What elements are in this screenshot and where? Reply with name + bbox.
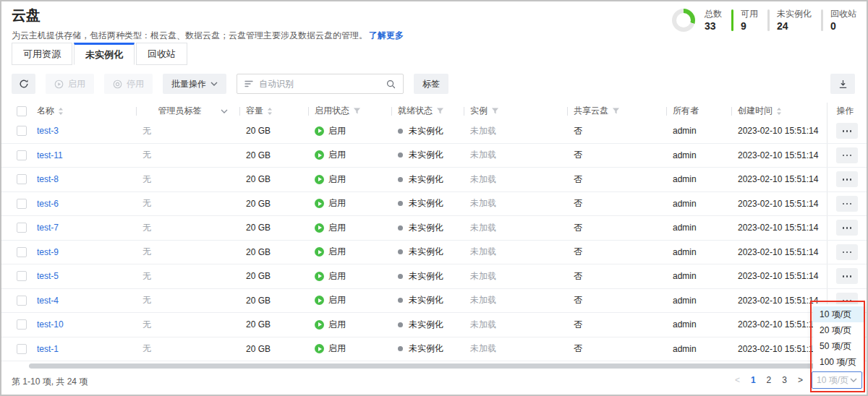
row-checkbox[interactable] bbox=[17, 150, 27, 160]
more-actions-button[interactable] bbox=[836, 171, 858, 187]
more-actions-button[interactable] bbox=[836, 244, 858, 260]
header-cell-name[interactable]: 名称 bbox=[37, 103, 136, 119]
admin-tag-cell: 无 bbox=[136, 246, 239, 258]
page-number-1[interactable]: 1 bbox=[751, 375, 756, 385]
tab-available-resources[interactable]: 可用资源 bbox=[12, 43, 72, 65]
more-actions-button[interactable] bbox=[836, 268, 858, 284]
tab-recycle-bin[interactable]: 回收站 bbox=[136, 43, 187, 65]
disk-name-link[interactable]: test-6 bbox=[37, 199, 59, 209]
header-cell-instance[interactable]: 实例 bbox=[464, 103, 567, 119]
row-checkbox[interactable] bbox=[17, 126, 27, 136]
row-checkbox[interactable] bbox=[17, 319, 27, 330]
next-page-icon[interactable]: > bbox=[798, 375, 803, 385]
row-checkbox[interactable] bbox=[17, 199, 27, 209]
horizontal-scrollbar[interactable] bbox=[29, 363, 816, 369]
more-actions-button[interactable] bbox=[836, 147, 858, 163]
shared-disk-cell: 否 bbox=[567, 222, 666, 234]
disk-name-link[interactable]: test-3 bbox=[37, 126, 59, 136]
more-actions-icon bbox=[843, 251, 845, 254]
row-checkbox[interactable] bbox=[17, 174, 27, 184]
stat-value: 0 bbox=[830, 21, 856, 32]
header-cell-actions: 操作 bbox=[827, 103, 867, 119]
table-row: test-3 无 20 GB 启用 未实例化 未加载 否 admin 2023-… bbox=[1, 119, 867, 144]
refresh-button[interactable] bbox=[12, 74, 35, 94]
table-row: test-4 无 20 GB 启用 未实例化 未加载 否 admin 2023-… bbox=[1, 289, 867, 314]
actions-cell bbox=[827, 192, 867, 216]
more-actions-button[interactable] bbox=[836, 220, 858, 236]
table-row: test-5 无 20 GB 启用 未实例化 未加载 否 admin 2023-… bbox=[1, 264, 867, 289]
search-input[interactable] bbox=[259, 79, 380, 89]
disk-name-link[interactable]: test-10 bbox=[37, 319, 64, 330]
disk-name-link[interactable]: test-5 bbox=[37, 271, 59, 281]
enable-status-cell: 启用 bbox=[308, 197, 391, 210]
enable-status-cell: 启用 bbox=[308, 343, 391, 355]
page-size-option[interactable]: 100 项/页 bbox=[813, 354, 864, 370]
row-checkbox[interactable] bbox=[17, 247, 27, 257]
search-icon[interactable] bbox=[386, 79, 396, 89]
header-cell-capacity[interactable]: 容量 bbox=[239, 103, 308, 119]
sort-icon[interactable] bbox=[267, 107, 273, 116]
header-cell-shared-disk[interactable]: 共享云盘 bbox=[567, 103, 666, 119]
created-time-cell: 2023-02-10 15:51:14 bbox=[731, 174, 827, 184]
toolbar: 启用 停用 批量操作 标签 bbox=[12, 74, 448, 94]
export-button[interactable] bbox=[830, 74, 855, 94]
row-checkbox[interactable] bbox=[17, 344, 27, 354]
row-checkbox[interactable] bbox=[17, 223, 27, 233]
disk-table: 名称 管理员标签 容量 启用状态 就绪状态 实例 bbox=[1, 103, 867, 361]
disk-name-link[interactable]: test-8 bbox=[37, 174, 59, 184]
chevron-down-icon[interactable] bbox=[221, 109, 228, 113]
page-subtitle: 为云主机提供存储，包括两种类型：根云盘、数据云盘；云盘管理主要涉及数据云盘的管理… bbox=[12, 30, 404, 42]
filter-icon[interactable] bbox=[491, 107, 499, 115]
header-cell-ready-status[interactable]: 就绪状态 bbox=[391, 103, 464, 119]
instance-cell: 未加载 bbox=[464, 149, 567, 161]
page-number-2[interactable]: 2 bbox=[767, 375, 772, 385]
disable-button[interactable]: 停用 bbox=[104, 74, 153, 94]
disk-name-link[interactable]: test-7 bbox=[37, 223, 59, 233]
table-row: test-6 无 20 GB 启用 未实例化 未加载 否 admin 2023-… bbox=[1, 192, 867, 217]
disk-name-link[interactable]: test-11 bbox=[37, 150, 63, 160]
select-all-checkbox[interactable] bbox=[17, 106, 27, 116]
more-actions-button[interactable] bbox=[836, 123, 858, 139]
name-cell: test-5 bbox=[37, 271, 136, 281]
filter-icon[interactable] bbox=[353, 107, 361, 115]
name-cell: test-6 bbox=[37, 199, 136, 209]
page-size-select[interactable]: 10 项/页 bbox=[812, 371, 862, 389]
disk-name-link[interactable]: test-1 bbox=[37, 344, 59, 354]
filter-icon[interactable] bbox=[436, 107, 444, 115]
capacity-cell: 20 GB bbox=[239, 199, 308, 209]
row-checkbox-cell bbox=[11, 150, 37, 160]
created-time-cell: 2023-02-10 15:51:14 bbox=[731, 126, 827, 136]
sort-icon[interactable] bbox=[776, 107, 782, 116]
header-cell-created-time[interactable]: 创建时间 bbox=[731, 103, 827, 119]
batch-actions-button[interactable]: 批量操作 bbox=[163, 74, 226, 94]
disk-name-link[interactable]: test-4 bbox=[37, 296, 59, 306]
header-cell-enable-status[interactable]: 启用状态 bbox=[308, 103, 391, 119]
status-enabled-icon bbox=[315, 344, 324, 353]
page-size-option[interactable]: 20 项/页 bbox=[813, 322, 864, 338]
header-cell-admin-tag[interactable]: 管理员标签 bbox=[136, 103, 239, 119]
row-checkbox-cell bbox=[11, 344, 37, 354]
row-checkbox[interactable] bbox=[17, 271, 27, 281]
row-checkbox[interactable] bbox=[17, 296, 27, 306]
filter-icon[interactable] bbox=[612, 107, 620, 115]
stat-label: 可用 bbox=[741, 9, 758, 19]
learn-more-link[interactable]: 了解更多 bbox=[369, 30, 404, 40]
page-size-option[interactable]: 50 项/页 bbox=[813, 338, 864, 354]
more-actions-button[interactable] bbox=[836, 196, 858, 212]
header-cell-owner: 所有者 bbox=[666, 103, 731, 119]
tab-uninstantiated[interactable]: 未实例化 bbox=[74, 43, 135, 65]
sort-icon[interactable] bbox=[58, 107, 64, 116]
enable-button[interactable]: 启用 bbox=[46, 74, 94, 94]
ready-status-cell: 未实例化 bbox=[391, 222, 464, 234]
disk-name-link[interactable]: test-9 bbox=[37, 247, 59, 257]
status-dot-icon bbox=[398, 346, 403, 351]
prev-page-icon[interactable]: < bbox=[735, 375, 740, 385]
shared-disk-cell: 否 bbox=[567, 246, 666, 258]
page-number-3[interactable]: 3 bbox=[782, 375, 787, 385]
stat-label: 未实例化 bbox=[777, 9, 812, 19]
tag-button[interactable]: 标签 bbox=[414, 74, 448, 94]
page-size-option[interactable]: 10 项/页 bbox=[813, 306, 864, 322]
admin-tag-cell: 无 bbox=[136, 149, 239, 161]
download-icon bbox=[838, 79, 848, 89]
instance-cell: 未加载 bbox=[464, 173, 567, 186]
